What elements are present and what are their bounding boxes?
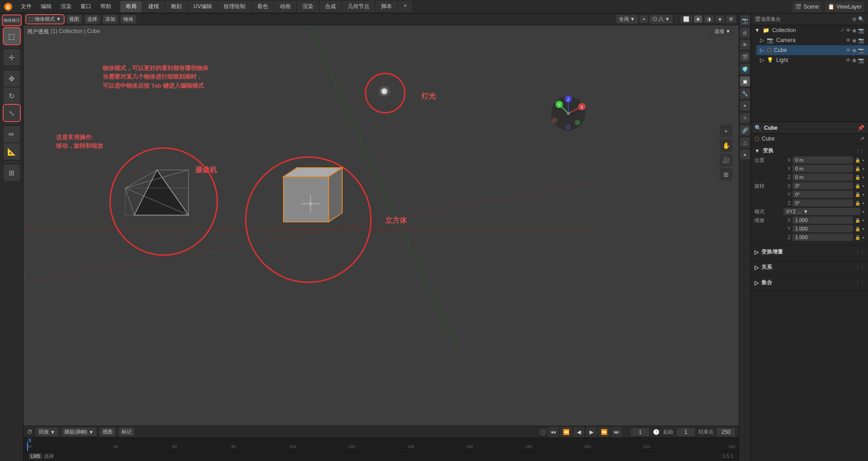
light-hide-icon[interactable]: 👁 [846,57,851,63]
delta-options-icon[interactable]: ⋮⋮ [855,249,864,254]
tool-add[interactable]: ⊞ [4,165,20,181]
props-search-icon[interactable]: 🔍 [755,125,761,131]
rot-x-dot-icon[interactable]: ● [862,184,864,188]
ws-tab-modeling[interactable]: 建模 [143,1,165,12]
shading-rendered[interactable]: ● [716,15,724,23]
ws-tab-geometry[interactable]: 几何节点 [342,1,375,12]
ws-tab-sculpt[interactable]: 雕刻 [165,1,187,12]
rot-x-value[interactable]: 0° [793,182,853,189]
light-object[interactable] [382,89,387,94]
pos-y-value[interactable]: 0 m [793,165,853,172]
view-layer-selector[interactable]: 📋 ViewLayer [825,1,864,12]
props-material-icon[interactable]: ● [740,150,750,160]
outliner-scene-item[interactable]: ▼ 📁 Collection ✓ 👁 ◉ 📷 [751,25,868,35]
collection-hide-icon[interactable]: 👁 [846,28,851,33]
props-view-icon[interactable]: 👁 [740,40,750,50]
tool-scale[interactable]: ⤡ [4,105,20,121]
tool-annotate[interactable]: ✏ [4,126,20,142]
cube-viewport-icon[interactable]: ◉ [852,47,857,53]
scale-x-value[interactable]: 1.000 [793,216,853,224]
transform-options-icon[interactable]: ⋮⋮ [855,148,864,153]
playback-menu[interactable]: 回放 ▼ [36,428,58,436]
props-output-icon[interactable]: 🖨 [740,28,750,38]
pos-y-dot-icon[interactable]: ● [862,167,864,171]
transform-header[interactable]: ▼ 变换 ⋮⋮ [755,147,864,155]
rot-mode-value[interactable]: XYZ ... ▼ [783,208,860,215]
add-menu[interactable]: 添加 [103,15,118,24]
ws-tab-animation[interactable]: 动画 [274,1,296,12]
relations-options-icon[interactable]: ⋮⋮ [855,265,864,270]
props-physics-icon[interactable]: ⚛ [740,113,750,123]
pos-y-lock-icon[interactable]: 🔒 [855,166,860,171]
scene-selector[interactable]: 🎬 Scene [792,1,821,12]
pos-x-lock-icon[interactable]: 🔒 [855,158,860,163]
pos-z-lock-icon[interactable]: 🔒 [855,175,860,180]
menu-window[interactable]: 窗口 [77,2,95,11]
tool-cursor[interactable]: ✛ [4,49,20,66]
rot-y-lock-icon[interactable]: 🔒 [855,192,860,197]
pos-z-value[interactable]: 0 m [793,174,853,181]
rot-z-lock-icon[interactable]: 🔒 [855,201,860,206]
delta-transform-header[interactable]: ▷ 变换增量 ⋮⋮ [755,248,864,256]
play-back-btn[interactable]: ◀ [573,427,584,437]
outliner-cube-item[interactable]: ▷ ⬡ Cube 👁 ◉ 📷 [756,45,868,55]
timeline-icon[interactable]: ⏱ [27,429,33,435]
scale-z-value[interactable]: 1.000 [793,234,853,241]
props-object-icon[interactable]: ▣ [740,76,750,86]
options-button[interactable]: 选项 ▼ [711,27,734,36]
timeline-view-menu[interactable]: 视图 [100,428,115,436]
scale-z-lock-icon[interactable]: 🔒 [855,235,860,240]
ws-tab-shading[interactable]: 着色 [252,1,274,12]
pos-x-dot-icon[interactable]: ● [862,158,864,162]
menu-help[interactable]: 帮助 [97,2,115,11]
mode-selector[interactable]: 物体模式 [3,15,21,25]
viewport-canvas[interactable]: X Y Z 用户透视 [24,25,739,426]
cube-object[interactable] [274,163,333,222]
current-frame-display[interactable]: 1 [631,428,649,436]
props-data-icon[interactable]: △ [740,137,750,147]
jump-prev-key-btn[interactable]: ⏪ [561,427,571,437]
ws-tab-layout[interactable]: 布局 [120,1,142,12]
ws-tab-compositing[interactable]: 合成 [320,1,341,12]
start-frame-display[interactable]: 1 [677,428,695,436]
menu-file[interactable]: 文件 [17,2,35,11]
rot-mode-dot-icon[interactable]: ● [862,210,864,214]
props-world-icon[interactable]: 🌍 [740,64,750,74]
timeline-scrubber[interactable]: 20 40 60 80 100 120 140 160 180 200 220 … [24,438,739,451]
ws-tab-texture[interactable]: 纹理绘制 [218,1,251,12]
pos-x-value[interactable]: 0 m [793,156,853,164]
shading-options[interactable]: ⚙ [726,15,736,23]
scale-x-lock-icon[interactable]: 🔒 [855,218,860,223]
rot-z-dot-icon[interactable]: ● [862,201,864,205]
tool-measure[interactable]: 📐 [4,143,20,160]
camera-view-btn[interactable]: 🎥 [720,154,732,166]
camera-render-icon[interactable]: 📷 [858,38,864,43]
menu-edit[interactable]: 编辑 [37,2,55,11]
play-forward-btn[interactable]: ▶ [586,427,597,437]
ws-tab-add[interactable]: + [398,1,412,12]
interpolation-menu[interactable]: 捕捉(插帧) ▼ [61,428,96,436]
tool-rotate[interactable]: ↻ [4,88,20,104]
collections-header[interactable]: ▷ 集合 ⋮⋮ [755,279,864,287]
viewport-global-toggle[interactable]: 全局 ▼ [616,15,638,24]
outliner-light-item[interactable]: ▷ 💡 Light 👁 ◉ 📷 [756,55,868,65]
ws-tab-uv[interactable]: UV编辑 [188,1,217,12]
jump-to-start-btn[interactable]: ⏮ [548,427,559,437]
view-menu[interactable]: 视图 [66,15,82,24]
collection-viewport-icon[interactable]: ◉ [852,28,857,33]
menu-render[interactable]: 渲染 [57,2,75,11]
pos-z-dot-icon[interactable]: ● [862,175,864,179]
scale-z-dot-icon[interactable]: ● [862,235,864,240]
unlink-icon[interactable]: ↗ [860,136,864,142]
outliner-search-icon[interactable]: 🔍 [858,16,864,22]
scale-y-dot-icon[interactable]: ● [862,227,864,231]
select-menu[interactable]: 选择 [85,15,100,24]
viewport-proportional[interactable]: ◎ 八 ▼ [650,15,673,24]
scale-y-lock-icon[interactable]: 🔒 [855,226,860,231]
props-constraints-icon[interactable]: 🔗 [740,125,750,135]
scale-x-dot-icon[interactable]: ● [862,218,864,222]
collection-render-icon[interactable]: 📷 [858,28,864,33]
camera-viewport-icon[interactable]: ◉ [852,38,857,43]
jump-next-key-btn[interactable]: ⏩ [599,427,609,437]
cube-render-icon[interactable]: 📷 [858,47,864,53]
